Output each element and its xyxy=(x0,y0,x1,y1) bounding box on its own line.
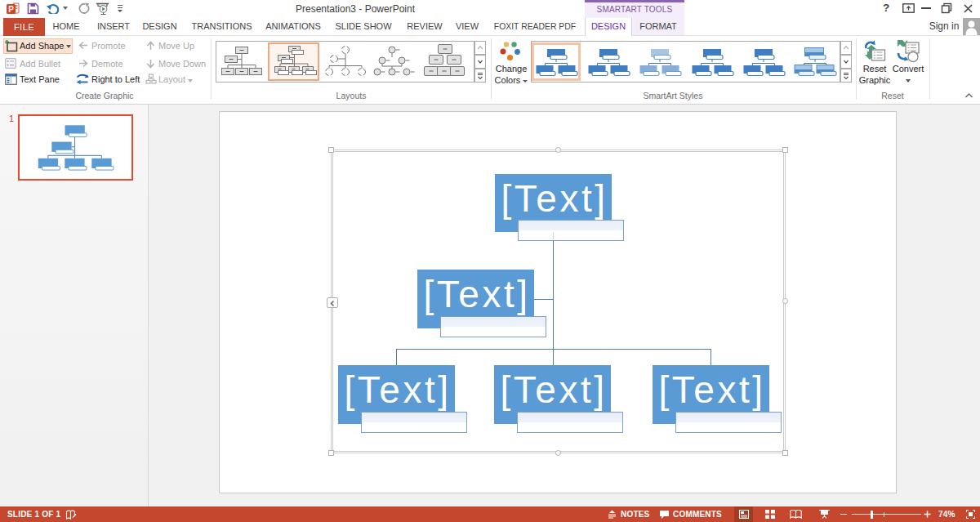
svg-text:P: P xyxy=(8,5,14,14)
